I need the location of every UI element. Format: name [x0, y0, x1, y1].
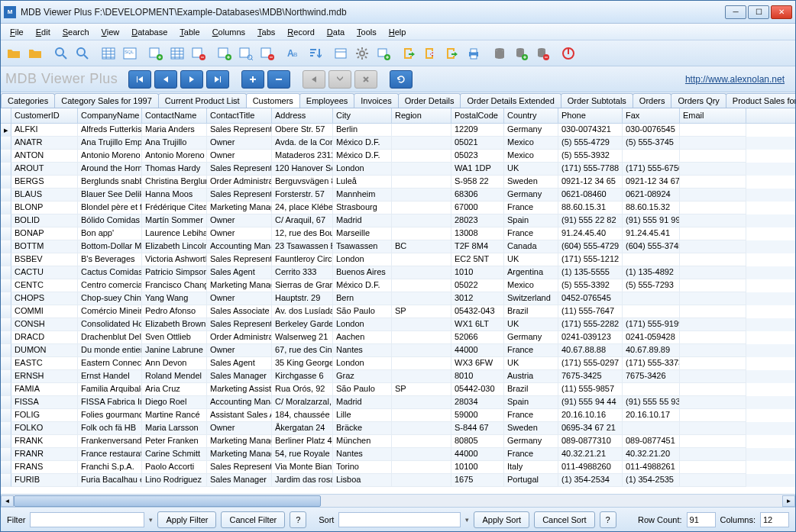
cell[interactable]: 7675-3425: [558, 370, 623, 383]
cell[interactable]: Nantes: [333, 448, 392, 461]
cell[interactable]: [680, 370, 746, 383]
cell[interactable]: Walserweg 21: [272, 331, 333, 344]
cell[interactable]: Avda. de la Consti: [272, 137, 333, 150]
cell[interactable]: [680, 461, 746, 474]
cell[interactable]: Mexico: [504, 279, 558, 292]
cell[interactable]: [392, 253, 451, 266]
cell[interactable]: Sales Representat: [207, 163, 272, 176]
cell[interactable]: Frédérique Citeau: [142, 202, 207, 214]
cell[interactable]: Ann Devon: [142, 357, 207, 370]
table-row[interactable]: FISSAFISSA Fabrica InteDiego RoelAccount…: [1, 396, 795, 409]
nav-refresh-button[interactable]: [390, 70, 413, 89]
cell[interactable]: BLAUS: [11, 189, 78, 202]
cell[interactable]: UK: [504, 253, 558, 266]
cell[interactable]: Marketing Manage: [207, 279, 272, 292]
cell[interactable]: Bern: [333, 292, 392, 305]
cell[interactable]: Christina Berglund: [142, 176, 207, 189]
cell[interactable]: 3012: [451, 292, 504, 305]
table-row[interactable]: ▸ALFKIAlfreds FutterkisteMaria AndersSal…: [1, 124, 795, 137]
cell[interactable]: Berliner Platz 43: [272, 435, 333, 448]
cell[interactable]: 089-0877451: [623, 435, 680, 448]
cell[interactable]: Sven Ottlieb: [142, 331, 207, 344]
cell[interactable]: Bräcke: [333, 422, 392, 435]
table-row[interactable]: COMMIComércio MineiroPedro AfonsoSales A…: [1, 305, 795, 318]
column-header-address[interactable]: Address: [272, 108, 333, 123]
column-header-companyname[interactable]: CompanyName: [78, 108, 142, 123]
cell[interactable]: B's Beverages: [78, 253, 142, 266]
cell[interactable]: Mexico: [504, 150, 558, 163]
cell[interactable]: CENTC: [11, 279, 78, 292]
cell[interactable]: Laurence Lebihan: [142, 227, 207, 240]
cell[interactable]: 28034: [451, 396, 504, 409]
cell[interactable]: [680, 318, 746, 331]
cell[interactable]: 40.67.89.89: [623, 344, 680, 357]
menu-database[interactable]: Database: [125, 26, 173, 38]
table-row[interactable]: ANTONAntonio Moreno TaAntonio MorenoOwne…: [1, 150, 795, 163]
table-row[interactable]: ANATRAna Trujillo EmparAna TrujilloOwner…: [1, 137, 795, 150]
cell[interactable]: México D.F.: [333, 137, 392, 150]
cell[interactable]: Sales Associate: [207, 305, 272, 318]
cell[interactable]: [680, 383, 746, 396]
cell[interactable]: SP: [392, 305, 451, 318]
cell[interactable]: Sales Agent: [207, 266, 272, 279]
cell[interactable]: Elizabeth Lincoln: [142, 240, 207, 253]
cell[interactable]: [392, 189, 451, 202]
cell[interactable]: 1010: [451, 266, 504, 279]
col-search-icon[interactable]: [236, 44, 256, 63]
cell[interactable]: 88.60.15.32: [623, 202, 680, 214]
sort-input[interactable]: [338, 512, 461, 527]
cell[interactable]: Forsterstr. 57: [272, 189, 333, 202]
apply-filter-button[interactable]: Apply Filter: [157, 511, 216, 528]
db-add-icon[interactable]: [511, 44, 531, 63]
cell[interactable]: Ana Trujillo Empar: [78, 137, 142, 150]
cell[interactable]: BERGS: [11, 176, 78, 189]
cell[interactable]: [623, 253, 680, 266]
cell[interactable]: Elizabeth Brown: [142, 318, 207, 331]
cell[interactable]: Madrid: [333, 396, 392, 409]
cell[interactable]: 05432-043: [451, 305, 504, 318]
cell[interactable]: Bottom-Dollar Mark: [78, 240, 142, 253]
cell[interactable]: [680, 396, 746, 409]
cell[interactable]: (11) 555-9857: [558, 383, 623, 396]
cell[interactable]: (171) 555-1212: [558, 253, 623, 266]
cell[interactable]: (91) 555 94 44: [558, 396, 623, 409]
cell[interactable]: Marseille: [333, 227, 392, 240]
table-row[interactable]: BERGSBerglunds snabbköChristina Berglund…: [1, 176, 795, 189]
cell[interactable]: Blauer See Delikat: [78, 189, 142, 202]
cell[interactable]: Portugal: [504, 474, 558, 487]
cell[interactable]: France: [504, 448, 558, 461]
menu-search[interactable]: Search: [57, 26, 95, 38]
cell[interactable]: 089-0877310: [558, 435, 623, 448]
cell[interactable]: Owner: [207, 214, 272, 227]
minimize-button[interactable]: ─: [725, 5, 746, 19]
cell[interactable]: [680, 357, 746, 370]
cell[interactable]: 12, rue des Bouch: [272, 227, 333, 240]
col-del-icon[interactable]: [257, 44, 277, 63]
table-row[interactable]: CACTUCactus Comidas paPatricio SimpsonSa…: [1, 266, 795, 279]
cell[interactable]: Torino: [333, 461, 392, 474]
cell[interactable]: 44000: [451, 344, 504, 357]
nav-next-button[interactable]: [180, 70, 203, 89]
tab-categories[interactable]: Categories: [1, 93, 55, 108]
column-header-postalcode[interactable]: PostalCode: [451, 108, 504, 123]
cell[interactable]: São Paulo: [333, 305, 392, 318]
cell[interactable]: T2F 8M4: [451, 240, 504, 253]
cell[interactable]: (171) 555-6750: [623, 163, 680, 176]
cell[interactable]: Aria Cruz: [142, 383, 207, 396]
scroll-right-button[interactable]: ►: [782, 495, 795, 507]
cell[interactable]: Comércio Mineiro: [78, 305, 142, 318]
cell[interactable]: Via Monte Bianco 3: [272, 461, 333, 474]
cell[interactable]: BC: [392, 240, 451, 253]
table-row[interactable]: AROUTAround the HornThomas HardySales Re…: [1, 163, 795, 176]
cell[interactable]: Berguvsvägen 8: [272, 176, 333, 189]
cell[interactable]: (171) 555-7788: [558, 163, 623, 176]
cell[interactable]: München: [333, 435, 392, 448]
cell[interactable]: FRANS: [11, 461, 78, 474]
menu-edit[interactable]: Edit: [30, 26, 57, 38]
cell[interactable]: México D.F.: [333, 150, 392, 163]
cell[interactable]: Cactus Comidas pa: [78, 266, 142, 279]
cell[interactable]: 184, chaussée de: [272, 409, 333, 422]
column-header-city[interactable]: City: [333, 108, 392, 123]
cell[interactable]: Paolo Accorti: [142, 461, 207, 474]
cell[interactable]: Roland Mendel: [142, 370, 207, 383]
